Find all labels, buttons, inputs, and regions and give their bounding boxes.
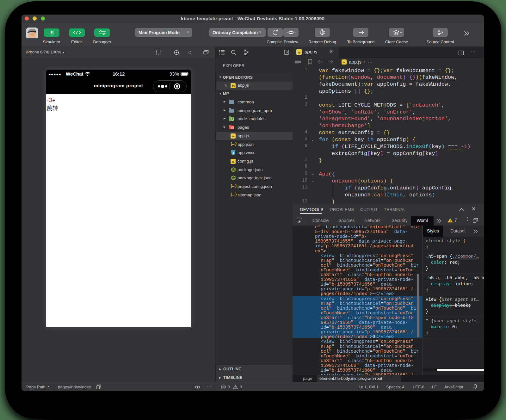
svg-text:npm: npm: [232, 177, 235, 179]
svg-text:JS: JS: [298, 51, 301, 54]
svg-text:3: 3: [232, 151, 234, 154]
svg-text:JS: JS: [231, 135, 234, 138]
svg-text:JS: JS: [231, 85, 234, 88]
svg-text:JS: JS: [342, 61, 345, 64]
svg-text:npm: npm: [232, 169, 235, 170]
svg-text:JS: JS: [231, 160, 234, 163]
